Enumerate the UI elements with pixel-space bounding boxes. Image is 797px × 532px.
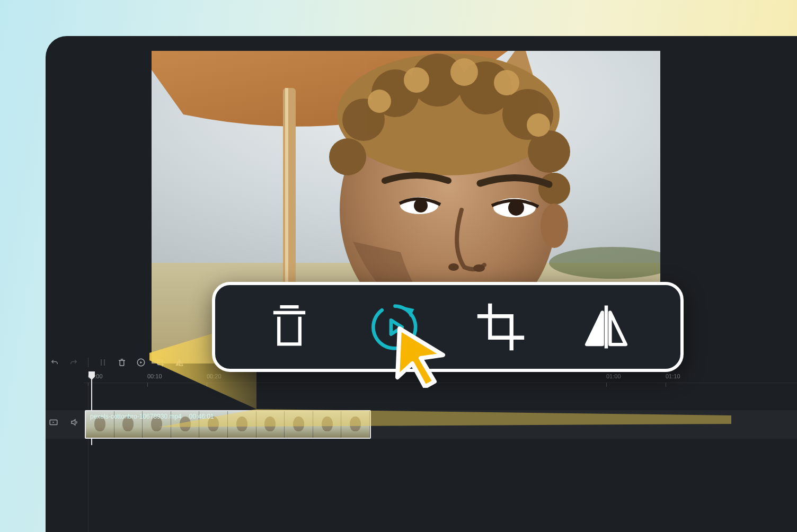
clip-filename: pexels-cottonbro-10678930.mp4 bbox=[90, 413, 182, 420]
svg-point-13 bbox=[329, 138, 366, 175]
timeline-toolbar bbox=[50, 352, 184, 373]
svg-point-19 bbox=[527, 113, 550, 137]
toolbar-callout bbox=[212, 282, 684, 372]
separator bbox=[88, 358, 88, 367]
ruler-tick: 00:20 bbox=[207, 373, 222, 379]
crop-button[interactable] bbox=[474, 300, 527, 353]
svg-point-25 bbox=[473, 264, 485, 272]
svg-point-18 bbox=[494, 70, 519, 95]
svg-point-24 bbox=[448, 263, 459, 271]
ruler-tick: 01:00 bbox=[606, 373, 621, 379]
delete-button[interactable] bbox=[263, 300, 316, 353]
svg-point-14 bbox=[538, 173, 570, 205]
split-icon[interactable] bbox=[98, 358, 108, 367]
redo-icon[interactable] bbox=[69, 358, 78, 367]
track-controls bbox=[49, 418, 79, 427]
speed-icon[interactable] bbox=[136, 358, 146, 367]
video-track-icon[interactable] bbox=[49, 418, 58, 427]
playhead-guide bbox=[88, 386, 88, 532]
mirror-icon[interactable] bbox=[174, 358, 184, 367]
crop-icon[interactable] bbox=[155, 358, 165, 367]
delete-icon[interactable] bbox=[117, 358, 127, 367]
svg-point-26 bbox=[541, 203, 568, 248]
speed-button[interactable] bbox=[368, 300, 421, 353]
timeline-clip[interactable]: pexels-cottonbro-10678930.mp4 00:46:01 bbox=[85, 410, 371, 439]
svg-point-16 bbox=[404, 67, 429, 93]
audio-track-icon[interactable] bbox=[70, 418, 79, 427]
time-ruler[interactable]: 00:00 00:10 00:20 01:00 01:10 bbox=[84, 373, 797, 388]
svg-point-12 bbox=[528, 130, 570, 173]
clip-duration: 00:46:01 bbox=[189, 413, 214, 420]
svg-point-15 bbox=[368, 90, 391, 113]
undo-icon[interactable] bbox=[50, 358, 59, 367]
ruler-tick: 00:00 bbox=[88, 373, 103, 379]
ruler-tick: 00:10 bbox=[147, 373, 162, 379]
mirror-button[interactable] bbox=[580, 300, 633, 353]
ruler-tick: 01:10 bbox=[666, 373, 680, 379]
svg-point-17 bbox=[450, 58, 478, 86]
